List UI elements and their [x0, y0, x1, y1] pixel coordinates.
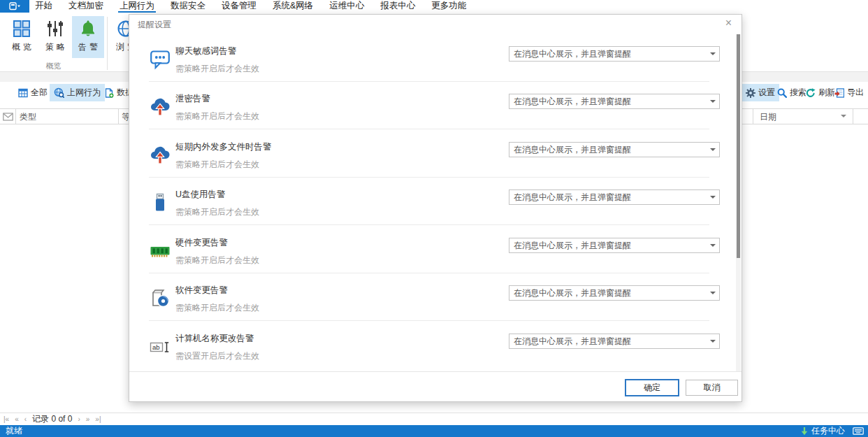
alert-subtitle: 需策略开启后才会生效 [175, 255, 259, 266]
tab-internet-behavior[interactable]: 上网行为 [118, 0, 156, 13]
statusbar: 就绪 任务中心 [0, 425, 868, 437]
record-count-label: 记录 0 of 0 [32, 413, 72, 425]
alert-display-select[interactable]: 在消息中心展示，并且弹窗提醒 [509, 189, 720, 205]
search-icon [777, 88, 787, 98]
tab-system-network[interactable]: 系统&网络 [271, 0, 314, 13]
tab-device-management[interactable]: 设备管理 [220, 0, 258, 13]
column-separator [753, 109, 753, 124]
document-icon [104, 88, 114, 98]
column-separator [15, 109, 16, 124]
select-value: 在消息中心展示，并且弹窗提醒 [514, 336, 631, 346]
alert-display-select[interactable]: 在消息中心展示，并且弹窗提醒 [509, 285, 720, 301]
alert-subtitle: 需策略开启后才会生效 [175, 110, 259, 122]
filter-internet-behavior-button[interactable]: 上网行为 [50, 84, 105, 101]
web-search-icon [54, 87, 64, 98]
app-window-icon [9, 2, 21, 10]
tab-start[interactable]: 开始 [34, 0, 54, 13]
alert-subtitle: 需设置开启后才会生效 [175, 350, 259, 362]
row-divider [149, 320, 709, 321]
menu-tabs: 开始 文档加密 上网行为 数据安全 设备管理 系统&网络 运维中心 报表中心 更… [34, 0, 468, 13]
table-icon [18, 88, 28, 98]
pager-prev-icon[interactable]: ‹ [24, 415, 27, 423]
export-button[interactable]: 导出 [830, 84, 868, 101]
menubar: 开始 文档加密 上网行为 数据安全 设备管理 系统&网络 运维中心 报表中心 更… [0, 0, 868, 13]
alert-setting-row: 短期内外发多文件时告警 需策略开启后才会生效 在消息中心展示，并且弹窗提醒 [129, 130, 730, 178]
alert-title: 泄密告警 [175, 93, 210, 105]
select-value: 在消息中心展示，并且弹窗提醒 [514, 96, 631, 106]
select-value: 在消息中心展示，并且弹窗提醒 [514, 49, 631, 59]
ok-button[interactable]: 确定 [625, 379, 679, 396]
pager-first-icon[interactable]: |« [3, 415, 9, 423]
tab-doc-encryption[interactable]: 文档加密 [67, 0, 105, 13]
scrollbar-thumb[interactable] [737, 34, 740, 258]
select-value: 在消息中心展示，并且弹窗提醒 [514, 288, 631, 298]
toolbar-button-label: 上网行为 [67, 87, 101, 99]
app-menu-button[interactable] [0, 0, 29, 13]
ribbon-button-label: 策略 [43, 41, 68, 53]
alert-display-select[interactable]: 在消息中心展示，并且弹窗提醒 [509, 94, 720, 109]
column-header-type[interactable]: 类型 [20, 109, 36, 124]
alert-setting-row: ab 计算机名称更改告警 需设置开启后才会生效 在消息中心展示，并且弹窗提醒 [129, 322, 730, 369]
alert-setting-row: 软件变更告警 需策略开启后才会生效 在消息中心展示，并且弹窗提醒 [129, 273, 730, 321]
close-icon[interactable]: × [725, 17, 732, 29]
alert-title: 硬件变更告警 [175, 237, 228, 249]
grid-icon [12, 19, 31, 38]
select-value: 在消息中心展示，并且弹窗提醒 [514, 241, 631, 250]
column-separator [118, 109, 119, 124]
usb-drive-icon [150, 192, 171, 214]
toolbar-button-label: 全部 [31, 87, 48, 99]
pager-next-page-icon[interactable]: » [86, 415, 90, 423]
row-divider [149, 224, 709, 225]
dropdown-caret-icon [710, 52, 716, 58]
alert-display-select[interactable]: 在消息中心展示，并且弹窗提醒 [509, 238, 720, 253]
tab-more-features[interactable]: 更多功能 [430, 0, 468, 13]
alert-title: 软件变更告警 [175, 285, 228, 296]
cloud-upload-icon [150, 96, 171, 118]
alert-display-select[interactable]: 在消息中心展示，并且弹窗提醒 [509, 142, 720, 157]
ribbon-policy-button[interactable]: 策略 [39, 16, 71, 58]
software-disc-icon [150, 287, 171, 310]
ribbon-button-label: 概览 [9, 41, 34, 53]
ribbon-overview-button[interactable]: 概览 [6, 16, 38, 58]
ribbon-alerts-button[interactable]: 告警 [72, 16, 104, 58]
alert-subtitle: 需策略开启后才会生效 [175, 63, 259, 75]
select-value: 在消息中心展示，并且弹窗提醒 [514, 192, 631, 202]
rename-icon: ab [150, 336, 171, 358]
download-arrow-icon [801, 427, 808, 436]
export-icon [834, 88, 844, 98]
alert-display-select[interactable]: 在消息中心展示，并且弹窗提醒 [509, 46, 720, 62]
pager-prev-page-icon[interactable]: « [15, 415, 19, 423]
dropdown-caret-icon [710, 340, 716, 345]
filter-all-button[interactable]: 全部 [14, 84, 52, 101]
dialog-title: 提醒设置 [138, 19, 171, 31]
alert-setting-row: 硬件变更告警 需策略开启后才会生效 在消息中心展示，并且弹窗提醒 [129, 226, 730, 273]
alert-display-select[interactable]: 在消息中心展示，并且弹窗提醒 [509, 334, 720, 349]
alert-title: 短期内外发多文件时告警 [175, 141, 272, 153]
dropdown-caret-icon [710, 196, 716, 201]
ribbon-group-label: 概览 [0, 61, 107, 71]
dialog-scrollbar[interactable] [736, 34, 741, 371]
select-value: 在消息中心展示，并且弹窗提醒 [514, 145, 631, 155]
pager-last-icon[interactable]: »| [95, 415, 101, 423]
alert-title: 聊天敏感词告警 [175, 45, 237, 57]
status-ready-label: 就绪 [0, 425, 22, 437]
date-filter-caret-icon[interactable] [841, 115, 846, 120]
chat-bubble-icon [150, 48, 171, 71]
record-pager: |« « ‹ 记录 0 of 0 › » »| [0, 413, 868, 425]
gear-icon [746, 88, 755, 98]
task-center-button[interactable]: 任务中心 [811, 425, 845, 437]
tab-report-center[interactable]: 报表中心 [379, 0, 417, 13]
sliders-icon [45, 19, 65, 38]
tab-ops-center[interactable]: 运维中心 [328, 0, 366, 13]
ribbon-separator [107, 17, 108, 70]
column-header-date[interactable]: 日期 [760, 109, 776, 124]
tab-data-security[interactable]: 数据安全 [169, 0, 207, 13]
dropdown-caret-icon [710, 292, 716, 297]
alert-subtitle: 需策略开启后才会生效 [175, 206, 259, 218]
pager-next-icon[interactable]: › [78, 415, 80, 423]
cancel-button[interactable]: 取消 [686, 380, 738, 396]
keyboard-icon[interactable] [853, 427, 864, 435]
row-divider [149, 129, 709, 129]
alert-setting-row: 聊天敏感词告警 需策略开启后才会生效 在消息中心展示，并且弹窗提醒 [129, 34, 730, 82]
alert-subtitle: 需策略开启后才会生效 [175, 159, 259, 171]
